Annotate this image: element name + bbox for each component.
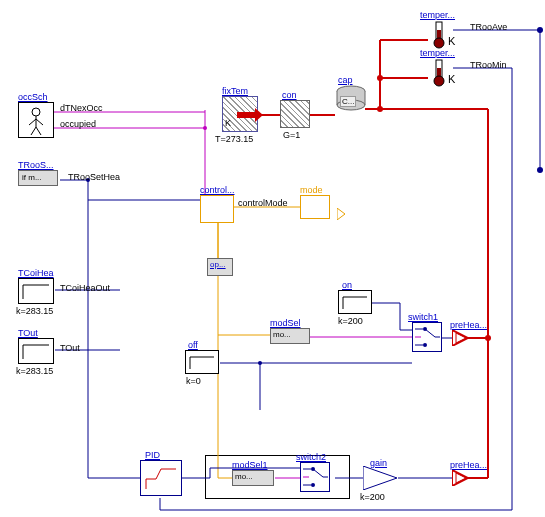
tout-block xyxy=(18,338,54,364)
temp1-k: K xyxy=(448,35,455,47)
on-block xyxy=(338,290,372,314)
svg-line-56 xyxy=(36,127,41,135)
gain-k: k=200 xyxy=(360,492,385,502)
tout-k: k=283.15 xyxy=(16,366,53,376)
mode-block xyxy=(300,195,330,219)
occsch-label: occSch xyxy=(18,92,48,102)
tout-label: TOut xyxy=(18,328,38,338)
tcoiheaout-label: TCoiHeaOut xyxy=(60,283,110,293)
pid-label: PID xyxy=(145,450,160,460)
svg-point-73 xyxy=(423,343,427,347)
on-label: on xyxy=(342,280,352,290)
occupied-label: occupied xyxy=(60,119,96,129)
svg-line-83 xyxy=(313,469,323,477)
cap-label: cap xyxy=(338,75,353,85)
modsel-text: mo... xyxy=(273,330,291,339)
troomin-label: TRooMin xyxy=(470,60,507,70)
gain-label: gain xyxy=(370,458,387,468)
fixtem-arrow xyxy=(237,108,265,124)
off-label: off xyxy=(188,340,198,350)
svg-point-51 xyxy=(32,108,40,116)
control-block xyxy=(200,195,234,223)
con-block xyxy=(280,100,310,128)
svg-marker-69 xyxy=(337,208,345,220)
temp2-k: K xyxy=(448,73,455,85)
prehea2-block xyxy=(452,470,470,486)
svg-point-68 xyxy=(434,76,444,86)
controlmode-label: controlMode xyxy=(238,198,288,208)
fixtem-t: T=273.15 xyxy=(215,134,253,144)
troos-text: if m... xyxy=(22,173,42,182)
svg-line-54 xyxy=(36,119,43,125)
cap-c: C... xyxy=(340,96,356,107)
svg-point-24 xyxy=(537,167,543,173)
off-k: k=0 xyxy=(186,376,201,386)
switch1-label: switch1 xyxy=(408,312,438,322)
temp1-label: temper... xyxy=(420,10,455,20)
on-k: k=200 xyxy=(338,316,363,326)
switch2-block xyxy=(300,462,330,492)
op-label: op... xyxy=(210,260,226,269)
svg-line-74 xyxy=(425,329,435,337)
off-block xyxy=(185,350,219,374)
trooave-label: TRooAve xyxy=(470,22,507,32)
svg-line-53 xyxy=(29,119,36,125)
dtnexocc-label: dTNexOcc xyxy=(60,103,103,113)
con-g: G=1 xyxy=(283,130,300,140)
prehea1-block xyxy=(452,330,470,346)
prehea1-label: preHea... xyxy=(450,320,487,330)
modsel-label: modSel xyxy=(270,318,301,328)
tcoihea-block xyxy=(18,278,54,304)
switch2-label: switch2 xyxy=(296,452,326,462)
gain-block xyxy=(363,466,399,490)
tcoihea-k: k=283.15 xyxy=(16,306,53,316)
prehea2-label: preHea... xyxy=(450,460,487,470)
con-label: con xyxy=(282,90,297,100)
svg-marker-57 xyxy=(237,108,263,122)
modsel1-text: mo... xyxy=(235,472,253,481)
fixtem-k: K xyxy=(225,118,231,128)
switch1-block xyxy=(412,322,442,352)
pid-block xyxy=(140,460,182,496)
mode-label: mode xyxy=(300,185,323,195)
svg-marker-86 xyxy=(363,466,397,490)
tcoihea-label: TCoiHea xyxy=(18,268,54,278)
svg-point-16 xyxy=(203,126,207,130)
troosethea-label: TRooSetHea xyxy=(68,172,120,182)
tout-out-label: TOut xyxy=(60,343,80,353)
svg-point-65 xyxy=(434,38,444,48)
fixtem-label: fixTem xyxy=(222,86,248,96)
temp2-label: temper... xyxy=(420,48,455,58)
svg-line-55 xyxy=(31,127,36,135)
svg-point-82 xyxy=(311,483,315,487)
occsch-block xyxy=(18,102,54,138)
control-label: control... xyxy=(200,185,235,195)
troos-label: TRooS... xyxy=(18,160,54,170)
modsel1-label: modSel1 xyxy=(232,460,268,470)
